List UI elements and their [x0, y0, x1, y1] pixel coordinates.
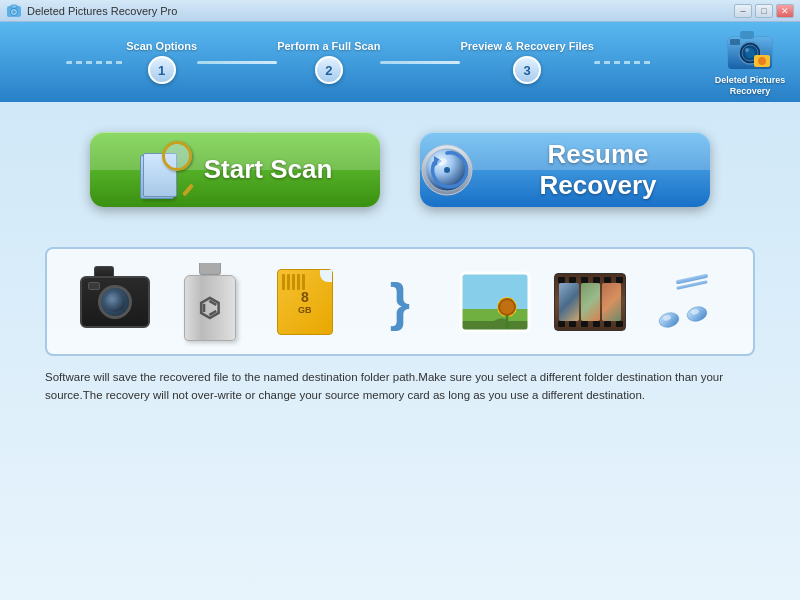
footer-description: Software will save the recovered file to… [45, 368, 755, 405]
step-line-left [66, 61, 126, 64]
step-1-circle: 1 [148, 56, 176, 84]
step-3: Preview & Recovery Files 3 [460, 40, 593, 84]
camera-body [80, 276, 150, 328]
film-hole [569, 277, 576, 283]
film-holes-bottom [555, 321, 625, 327]
step-1-label: Scan Options [126, 40, 197, 52]
magnifier-glass [162, 141, 192, 171]
camera-graphic [80, 276, 150, 328]
app-title: Deleted Pictures Recovery Pro [27, 5, 177, 17]
usb-graphic: ⌬ [184, 263, 236, 341]
svg-point-30 [500, 300, 514, 314]
step-2: Perform a Full Scan 2 [277, 40, 380, 84]
film-hole [558, 277, 565, 283]
sd-line-5 [302, 274, 305, 290]
film-holes-top [555, 277, 625, 283]
step-line-right [594, 61, 654, 64]
camera-flash [88, 282, 100, 290]
step-3-circle: 3 [513, 56, 541, 84]
svg-point-11 [758, 57, 766, 65]
film-hole [616, 321, 623, 327]
step-3-number: 3 [523, 63, 530, 78]
resume-recovery-button[interactable]: Resume Recovery [420, 132, 710, 207]
sdcard-unit: GB [298, 305, 312, 315]
svg-rect-13 [730, 39, 740, 45]
svg-point-17 [444, 167, 450, 173]
start-scan-button[interactable]: Start Scan [90, 132, 380, 207]
scan-icon [138, 141, 192, 199]
svg-line-38 [678, 276, 706, 282]
step-line-2-3 [380, 61, 460, 64]
step-2-number: 2 [325, 63, 332, 78]
icons-panel: ⌬ 8 GB } [45, 247, 755, 356]
wizard-steps: Scan Options 1 Perform a Full Scan 2 Pre… [20, 40, 780, 84]
camera-icon-item [75, 264, 155, 339]
app-icon [6, 3, 22, 19]
title-bar-left: Deleted Pictures Recovery Pro [6, 3, 177, 19]
usb-body: ⌬ [184, 275, 236, 341]
step-2-label: Perform a Full Scan [277, 40, 380, 52]
sd-line-1 [282, 274, 285, 290]
film-hole [593, 277, 600, 283]
maximize-button[interactable]: □ [755, 4, 773, 18]
logo-icon [724, 27, 776, 73]
sd-line-3 [292, 274, 295, 290]
window-controls: – □ ✕ [734, 4, 794, 18]
music-icon-item [645, 264, 725, 339]
film-frame-1 [559, 283, 578, 321]
svg-rect-12 [740, 31, 754, 39]
film-hole [569, 321, 576, 327]
film-icon-item [550, 264, 630, 339]
music-graphic [651, 268, 719, 336]
wizard-bar: Scan Options 1 Perform a Full Scan 2 Pre… [0, 22, 800, 102]
usb-icon-item: ⌬ [170, 264, 250, 339]
camera-lens-inner [105, 292, 125, 312]
step-line-1-2 [197, 61, 277, 64]
title-bar: Deleted Pictures Recovery Pro – □ ✕ [0, 0, 800, 22]
logo-box: Deleted PicturesRecovery [710, 27, 790, 97]
film-hole [593, 321, 600, 327]
film-hole [604, 277, 611, 283]
sd-line-2 [287, 274, 290, 290]
step-3-label: Preview & Recovery Files [460, 40, 593, 52]
photo-icon-item [455, 264, 535, 339]
scan-button-label: Start Scan [204, 154, 333, 185]
camera-lens [98, 285, 132, 319]
step-1-number: 1 [158, 63, 165, 78]
usb-connector [199, 263, 221, 275]
svg-rect-3 [11, 5, 17, 8]
svg-point-9 [745, 48, 749, 52]
sdcard-lines [282, 274, 305, 290]
bracket-symbol: } [390, 276, 410, 328]
sdcard-icon-item: 8 GB [265, 264, 345, 339]
film-body [554, 273, 626, 331]
bracket-icon-item: } [360, 264, 440, 339]
film-hole [604, 321, 611, 327]
film-hole [616, 277, 623, 283]
sdcard-size: 8 [301, 289, 309, 305]
resume-button-label: Resume Recovery [486, 139, 710, 201]
film-frame-3 [602, 283, 621, 321]
photo-graphic [459, 271, 531, 333]
svg-point-2 [12, 10, 16, 14]
main-content: Start Scan [0, 102, 800, 600]
buttons-row: Start Scan [90, 132, 710, 207]
step-1: Scan Options 1 [126, 40, 197, 84]
magnifier-handle [182, 183, 194, 196]
sd-line-4 [297, 274, 300, 290]
film-hole [581, 321, 588, 327]
sdcard-notch [320, 270, 332, 282]
minimize-button[interactable]: – [734, 4, 752, 18]
usb-symbol: ⌬ [198, 292, 221, 323]
film-frame-2 [581, 283, 600, 321]
close-button[interactable]: ✕ [776, 4, 794, 18]
step-container: Scan Options 1 Perform a Full Scan 2 Pre… [66, 40, 654, 84]
step-2-circle: 2 [315, 56, 343, 84]
film-hole [558, 321, 565, 327]
camera-bump [94, 266, 114, 276]
film-hole [581, 277, 588, 283]
resume-icon [420, 143, 474, 197]
sdcard-body: 8 GB [277, 269, 333, 335]
logo-text: Deleted PicturesRecovery [715, 75, 786, 97]
